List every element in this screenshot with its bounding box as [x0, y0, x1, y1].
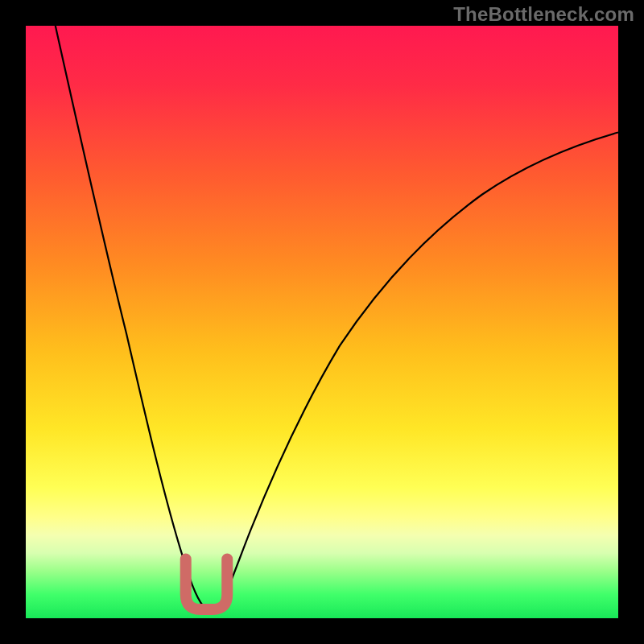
chart-frame: TheBottleneck.com	[0, 0, 644, 644]
watermark-text: TheBottleneck.com	[453, 3, 634, 26]
optimal-marker	[26, 26, 618, 618]
plot-area	[26, 26, 618, 618]
